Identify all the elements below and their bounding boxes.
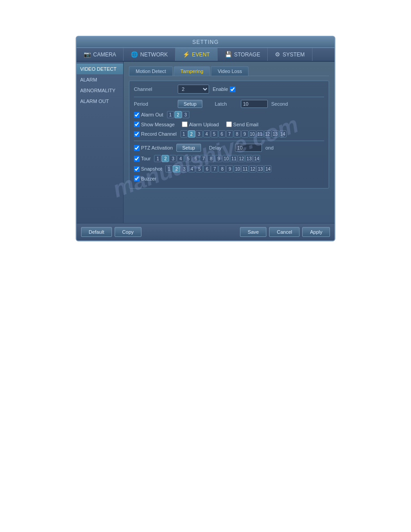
tc-6[interactable]: 6 — [192, 155, 199, 162]
rc-6[interactable]: 6 — [218, 130, 226, 137]
sc-7[interactable]: 7 — [211, 165, 218, 172]
rc-2[interactable]: 2 — [188, 130, 195, 137]
sidebar-item-alarm-out[interactable]: ALARM OUT — [77, 96, 123, 107]
alarm-upload-checkbox[interactable] — [182, 121, 188, 127]
main-window: SETTING CAMERA NETWORK EVENT ST — [76, 36, 335, 241]
tab-system-label: SYSTEM — [283, 51, 304, 58]
rc-9[interactable]: 9 — [241, 130, 248, 137]
delay-input[interactable] — [235, 144, 262, 152]
sc-14[interactable]: 14 — [264, 165, 271, 172]
tab-camera[interactable]: CAMERA — [77, 48, 124, 61]
system-icon — [275, 51, 280, 58]
tab-network-label: NETWORK — [140, 51, 167, 58]
sc-2[interactable]: 2 — [173, 165, 180, 172]
tour-checkbox[interactable] — [134, 156, 140, 162]
tc-8[interactable]: 8 — [207, 155, 214, 162]
title-text: SETTING — [192, 39, 218, 45]
default-button[interactable]: Default — [81, 227, 112, 237]
tc-5[interactable]: 5 — [184, 155, 192, 162]
rc-12[interactable]: 12 — [264, 130, 271, 137]
copy-button[interactable]: Copy — [115, 227, 141, 237]
sc-4[interactable]: 4 — [188, 165, 195, 172]
show-message-label: Show Message — [141, 122, 175, 127]
show-message-checkbox[interactable] — [134, 121, 140, 127]
alarm-out-ch-2[interactable]: 2 — [175, 111, 182, 118]
tc-10[interactable]: 10 — [223, 155, 230, 162]
buzzer-row: Buzzer — [134, 176, 324, 181]
tab-storage[interactable]: STORAGE — [218, 48, 268, 61]
sidebar-item-abnormality[interactable]: ABNORMALITY — [77, 85, 123, 96]
tc-2[interactable]: 2 — [162, 155, 169, 162]
sc-11[interactable]: 11 — [241, 165, 248, 172]
tab-video-loss[interactable]: Video Loss — [211, 66, 248, 76]
sc-8[interactable]: 8 — [218, 165, 226, 172]
alarm-out-ch-3[interactable]: 3 — [182, 111, 189, 118]
rc-14[interactable]: 14 — [279, 130, 287, 137]
send-email-checkbox[interactable] — [226, 121, 232, 127]
sc-1[interactable]: 1 — [165, 165, 172, 172]
tc-4[interactable]: 4 — [177, 155, 184, 162]
sc-13[interactable]: 13 — [257, 165, 264, 172]
form-section: Channel 2 Enable Period — [129, 81, 329, 189]
buzzer-label: Buzzer — [141, 176, 156, 181]
record-channel-numbers: 1 2 3 4 5 6 7 8 9 10 11 — [180, 130, 287, 137]
tc-12[interactable]: 12 — [238, 155, 245, 162]
sc-10[interactable]: 10 — [234, 165, 241, 172]
ptz-setup-button[interactable]: Setup — [176, 144, 201, 152]
left-btn-group: Default Copy — [81, 227, 141, 237]
rc-1[interactable]: 1 — [180, 130, 188, 137]
alarm-out-check-group: Alarm Out — [134, 112, 163, 118]
sc-5[interactable]: 5 — [196, 165, 203, 172]
tc-14[interactable]: 14 — [253, 155, 260, 162]
tc-9[interactable]: 9 — [215, 155, 222, 162]
rc-4[interactable]: 4 — [203, 130, 210, 137]
cancel-button[interactable]: Cancel — [269, 227, 300, 237]
tab-system[interactable]: SYSTEM — [268, 48, 312, 61]
rc-7[interactable]: 7 — [226, 130, 233, 137]
ptz-checkbox[interactable] — [134, 145, 140, 151]
rc-11[interactable]: 11 — [257, 130, 264, 137]
sc-6[interactable]: 6 — [203, 165, 210, 172]
tc-7[interactable]: 7 — [200, 155, 207, 162]
bottom-buttons: Default Copy Save Cancel Apply — [77, 223, 334, 240]
ptz-check-group: PTZ Activation — [134, 145, 173, 151]
rc-13[interactable]: 13 — [272, 130, 279, 137]
rc-3[interactable]: 3 — [196, 130, 203, 137]
apply-button[interactable]: Apply — [302, 227, 330, 237]
channel-select[interactable]: 2 — [178, 85, 209, 94]
rc-10[interactable]: 10 — [249, 130, 256, 137]
event-icon — [183, 51, 190, 58]
tc-13[interactable]: 13 — [245, 155, 253, 162]
storage-icon — [225, 51, 232, 58]
sidebar-item-alarm[interactable]: ALARM — [77, 74, 123, 85]
record-channel-checkbox[interactable] — [134, 131, 140, 137]
send-email-label: Send Email — [233, 122, 258, 127]
tc-1[interactable]: 1 — [154, 155, 161, 162]
sc-9[interactable]: 9 — [226, 165, 233, 172]
delay-label: Delay — [209, 145, 231, 150]
save-button[interactable]: Save — [240, 227, 266, 237]
tab-network[interactable]: NETWORK — [124, 48, 175, 61]
latch-label: Latch — [215, 101, 237, 107]
ptz-row: PTZ Activation Setup Delay ond — [134, 144, 324, 152]
alarm-out-checkbox[interactable] — [134, 112, 140, 118]
enable-checkbox[interactable] — [230, 86, 235, 92]
tc-3[interactable]: 3 — [169, 155, 176, 162]
sc-3[interactable]: 3 — [180, 165, 188, 172]
snapshot-checkbox[interactable] — [134, 166, 140, 172]
right-btn-group: Save Cancel Apply — [240, 227, 330, 237]
rc-8[interactable]: 8 — [234, 130, 241, 137]
tab-tampering[interactable]: Tampering — [174, 66, 210, 76]
buzzer-checkbox[interactable] — [134, 176, 140, 181]
sc-12[interactable]: 12 — [249, 165, 256, 172]
alarm-out-ch-1[interactable]: 1 — [167, 111, 174, 118]
latch-input[interactable] — [241, 100, 268, 108]
tc-11[interactable]: 11 — [230, 155, 237, 162]
rc-5[interactable]: 5 — [211, 130, 218, 137]
period-setup-button[interactable]: Setup — [178, 100, 202, 108]
tab-motion-detect[interactable]: Motion Detect — [129, 66, 173, 76]
snapshot-row: Snapshot 1 2 3 4 5 6 7 8 9 — [134, 165, 324, 172]
tab-event[interactable]: EVENT — [176, 48, 218, 61]
sidebar-item-video-detect[interactable]: VIDEO DETECT — [77, 64, 123, 74]
title-bar: SETTING — [77, 37, 334, 48]
